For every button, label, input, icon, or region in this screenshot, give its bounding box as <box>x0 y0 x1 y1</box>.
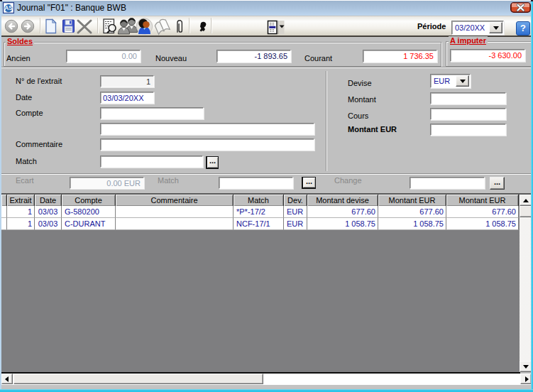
svg-text:AS: AS <box>4 5 13 11</box>
